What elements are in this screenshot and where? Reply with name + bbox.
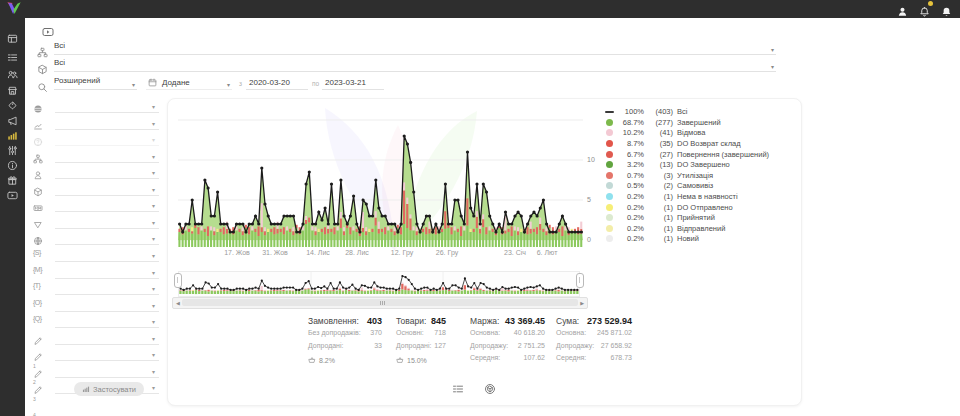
notifications-icon[interactable] <box>919 3 930 14</box>
y-axis-labels: 0510 <box>587 104 607 247</box>
legend-item[interactable]: 0.2%(1)Прийнятий <box>606 214 769 222</box>
legend-label: Відправлений <box>677 224 725 233</box>
filter-structure: ▾ <box>33 149 159 164</box>
stat-subvalue: 40 618.20 <box>514 329 545 342</box>
legend-dot-marker <box>606 214 613 221</box>
legend-item[interactable]: 68.7%(277)Завершений <box>606 119 769 127</box>
scrollbar-thumb[interactable] <box>182 299 578 306</box>
legend-item[interactable]: 0.2%(1)Нема в наявності <box>606 193 769 201</box>
filter-region-select[interactable]: ▾ <box>55 99 159 113</box>
scrollbar-grip-icon <box>380 301 387 305</box>
filter-product-select[interactable]: ▾ <box>55 182 159 196</box>
legend-dot-marker <box>606 119 613 126</box>
scroll-left-arrow-icon[interactable]: ◀ <box>176 299 180 307</box>
filter-token-q-select[interactable]: ▾ <box>55 314 159 328</box>
filter-custom-2-select[interactable]: ▾ <box>55 347 159 361</box>
web-icon <box>33 232 43 242</box>
app-logo-icon[interactable] <box>5 1 23 17</box>
filter-token-o: {O}▾ <box>33 298 159 313</box>
filter-custom-1-select[interactable]: ▾ <box>55 331 159 345</box>
filter-status-trend-select[interactable]: ▾ <box>55 116 159 130</box>
sidebar-item-marketing[interactable] <box>7 112 18 123</box>
navigator-left-handle[interactable] <box>174 273 182 288</box>
legend-item[interactable]: 0.7%(3)Утилізація <box>606 172 769 180</box>
sidebar-item-orders[interactable] <box>7 49 18 60</box>
legend-item[interactable]: 0.5%(2)Самовивіз <box>606 182 769 190</box>
category-filter-field[interactable]: Всі ▾ <box>54 41 776 55</box>
legend-item[interactable]: 10.2%(41)Відмова <box>606 129 769 137</box>
alerts-icon[interactable] <box>941 3 952 14</box>
filter-funnel-select[interactable]: ▾ <box>55 215 159 229</box>
stat-sublabel: Допродажу: <box>470 342 508 355</box>
pencil-icon: 2 <box>33 348 43 358</box>
legend-count: (3) <box>644 171 673 180</box>
legend-percent: 68.7% <box>617 118 644 127</box>
person-icon <box>33 166 43 176</box>
globe-view-icon[interactable] <box>484 381 496 393</box>
table-view-icon[interactable] <box>452 381 464 393</box>
category-filter-value: Всі <box>54 41 65 50</box>
sidebar-item-promotions[interactable] <box>7 97 18 108</box>
video-help-icon[interactable] <box>40 24 56 36</box>
upsell-percent: 8.2% <box>319 357 335 364</box>
filter-token-q: {Q}▾ <box>33 314 159 329</box>
filter-manager-select[interactable]: ▾ <box>55 165 159 179</box>
sidebar-item-customers[interactable] <box>7 66 18 77</box>
filter-custom-3-select[interactable]: ▾ <box>55 364 159 378</box>
stat-value: 273 529.94 <box>587 316 632 329</box>
chart-icon <box>82 385 90 393</box>
legend-item[interactable]: 100%(403)Всі <box>606 108 769 116</box>
filter-structure-select[interactable]: ▾ <box>55 149 159 163</box>
filter-token-s-select[interactable]: ▾ <box>55 248 159 262</box>
y-tick-label: 5 <box>587 196 591 203</box>
filter-token-m-select[interactable]: ▾ <box>55 265 159 279</box>
stat-subrow: Середня:678.73 <box>556 354 632 367</box>
legend-percent: 8.7% <box>617 139 644 148</box>
filter-source-select[interactable]: ▾ <box>55 231 159 245</box>
filter-token-t-select[interactable]: ▾ <box>55 281 159 295</box>
sidebar-item-analytics[interactable] <box>7 127 18 138</box>
orders-timeline-chart[interactable] <box>178 104 583 247</box>
filter-help-select[interactable]: ▾ <box>55 132 159 146</box>
globe-solid-icon <box>33 100 43 110</box>
navigator-right-handle[interactable] <box>576 273 584 288</box>
sidebar-item-store[interactable] <box>7 82 18 93</box>
pencil-icon: 4 <box>33 381 43 391</box>
filter-payment-select[interactable]: ▾ <box>55 198 159 212</box>
filter-token-o-select[interactable]: ▾ <box>55 298 159 312</box>
legend-label: Утилізація <box>677 171 713 180</box>
sidebar-item-integrations[interactable] <box>7 142 18 153</box>
legend-dot-marker <box>606 129 613 136</box>
sidebar-item-info[interactable] <box>7 157 18 168</box>
apply-filters-button[interactable]: Застосувати <box>74 382 144 396</box>
search-icon[interactable] <box>37 79 48 90</box>
date-field-select[interactable]: Додане ▾ <box>146 76 232 90</box>
legend-item[interactable]: 3.2%(13)DO Завершено <box>606 161 769 169</box>
stat-sublabel: Допродані: <box>308 342 343 355</box>
legend-item[interactable]: 0.2%(1)DO Отправлено <box>606 203 769 211</box>
chevron-down-icon: ▾ <box>152 120 155 127</box>
legend-count: (35) <box>644 139 673 148</box>
legend-item[interactable]: 8.7%(35)DO Возврат склад <box>606 140 769 148</box>
date-from-value: 2020-03-20 <box>249 78 290 87</box>
sidebar-item-dashboard[interactable] <box>7 30 18 41</box>
date-from-input[interactable]: 2020-03-20 <box>246 76 308 90</box>
chevron-down-icon: ▾ <box>152 235 155 242</box>
x-tick-label: 26. Гру <box>436 249 458 256</box>
product-filter-field[interactable]: Всі ▾ <box>54 58 776 72</box>
trend-icon <box>33 117 43 127</box>
date-to-input[interactable]: 2023-03-21 <box>322 76 384 90</box>
scroll-right-arrow-icon[interactable]: ▶ <box>580 299 584 307</box>
legend-label: DO Возврат склад <box>677 139 741 148</box>
legend-dot-marker <box>606 151 613 158</box>
sidebar-item-tutorials[interactable] <box>7 187 18 198</box>
legend-item[interactable]: 0.2%(1)Відправлений <box>606 225 769 233</box>
user-icon[interactable] <box>897 3 908 14</box>
search-mode-select[interactable]: Розширений ▾ <box>54 76 137 90</box>
legend-item[interactable]: 6.7%(27)Повернення (завершений) <box>606 150 769 158</box>
legend-item[interactable]: 0.2%(1)Новий <box>606 235 769 243</box>
apply-button-label: Застосувати <box>93 385 136 394</box>
sidebar-item-apps[interactable] <box>7 172 18 183</box>
date-to-label: по <box>312 80 319 87</box>
chart-navigator[interactable] <box>178 271 580 297</box>
